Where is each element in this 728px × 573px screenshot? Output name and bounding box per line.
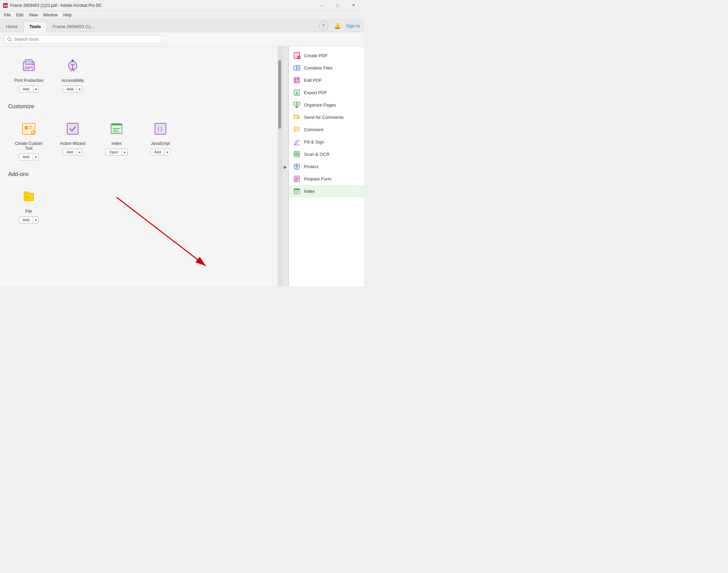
print-production-label: Print Production — [14, 78, 43, 83]
window-controls: ─ □ ✕ — [314, 0, 361, 11]
scrollbar[interactable] — [278, 47, 282, 286]
create-custom-add-btn[interactable]: Add — [19, 154, 33, 160]
tab-home[interactable]: Home — [0, 21, 24, 32]
protect-icon — [293, 163, 301, 170]
panel-item-organize-pages[interactable]: Organize Pages — [289, 99, 364, 111]
accessibility-arrow-btn[interactable]: ▾ — [77, 86, 82, 92]
index-right-icon — [293, 187, 301, 195]
create-pdf-icon — [293, 52, 301, 59]
main-layout: Print Production Add ▾ — [0, 47, 364, 286]
fill-sign-label: Fill & Sign — [304, 139, 324, 145]
combine-files-icon — [293, 64, 301, 72]
svg-rect-36 — [25, 199, 27, 199]
svg-rect-49 — [297, 78, 299, 80]
search-input-wrap — [4, 35, 162, 43]
action-wizard-add-btn[interactable]: Add — [63, 149, 77, 155]
panel-item-protect[interactable]: Protect — [289, 160, 364, 173]
right-panel: Create PDF Combine Files — [289, 47, 364, 286]
titlebar-pdf-icon: PDF — [3, 3, 8, 8]
menu-window[interactable]: Window — [40, 12, 61, 18]
index-open-btn[interactable]: Open — [106, 149, 122, 155]
svg-rect-29 — [113, 132, 119, 132]
svg-rect-70 — [297, 154, 299, 156]
tab-document[interactable]: Frame 2609453 (1)... — [47, 21, 100, 32]
action-wizard-btn-wrap: Add ▾ — [63, 149, 83, 155]
titlebar: PDF Frame 2609453 (1)23.pdf - Adobe Acro… — [0, 0, 364, 11]
accessibility-label: Accessibility — [61, 78, 84, 83]
menu-file[interactable]: File — [1, 12, 13, 18]
panel-item-index[interactable]: Index — [289, 185, 364, 197]
file-addon-arrow-btn[interactable]: ▾ — [33, 217, 38, 223]
create-custom-tool-icon — [19, 119, 38, 138]
panel-item-edit-pdf[interactable]: Edit PDF — [289, 74, 364, 86]
action-wizard-arrow-btn[interactable]: ▾ — [77, 149, 82, 155]
tool-card-accessibility: Accessibility Add ▾ — [52, 52, 93, 95]
menu-edit[interactable]: Edit — [13, 12, 26, 18]
accessibility-icon — [63, 56, 82, 75]
minimize-button[interactable]: ─ — [314, 0, 330, 11]
svg-rect-57 — [295, 106, 298, 108]
scrollbar-thumb[interactable] — [278, 60, 281, 129]
tool-card-javascript: {} JavaScript Add ▾ — [140, 115, 181, 163]
organize-pages-icon — [293, 101, 301, 109]
javascript-arrow-btn[interactable]: ▾ — [165, 149, 170, 155]
file-addon-icon — [19, 187, 38, 206]
create-custom-btn-wrap: Add ▾ — [19, 153, 39, 160]
panel-item-scan-ocr[interactable]: Scan & OCR — [289, 148, 364, 160]
panel-item-send-for-comments[interactable]: Send for Comments — [289, 111, 364, 123]
create-custom-arrow-btn[interactable]: ▾ — [33, 154, 38, 160]
print-production-add-btn[interactable]: Add — [19, 86, 33, 92]
prepare-form-icon — [293, 175, 301, 183]
export-pdf-icon — [293, 89, 301, 96]
search-input[interactable] — [14, 37, 151, 42]
panel-item-combine-files[interactable]: Combine Files — [289, 62, 364, 74]
close-button[interactable]: ✕ — [345, 0, 361, 11]
svg-rect-18 — [29, 126, 32, 127]
javascript-add-btn[interactable]: Add — [151, 149, 165, 155]
customize-section: Customize C — [8, 103, 269, 163]
action-wizard-icon — [63, 119, 82, 138]
menu-view[interactable]: View — [26, 12, 40, 18]
comment-icon — [293, 126, 301, 133]
notifications-button[interactable]: 🔔 — [332, 21, 342, 30]
tabbar-right: ? 🔔 Sign In — [319, 21, 364, 32]
panel-item-prepare-form[interactable]: Prepare Form — [289, 173, 364, 185]
svg-rect-7 — [26, 68, 32, 68]
svg-rect-50 — [295, 80, 296, 82]
search-bar — [0, 32, 364, 47]
tab-tools[interactable]: Tools — [24, 21, 47, 32]
addons-section: Add-ons File Add — [8, 171, 269, 226]
tool-card-file: File Add ▾ — [8, 183, 49, 226]
help-button[interactable]: ? — [319, 21, 328, 30]
panel-item-create-pdf[interactable]: Create PDF — [289, 49, 364, 62]
tabbar: Home Tools Frame 2609453 (1)... ? 🔔 Sign… — [0, 19, 364, 32]
svg-rect-23 — [67, 123, 78, 134]
panel-collapse-button[interactable]: ▶ — [282, 47, 289, 286]
maximize-button[interactable]: □ — [330, 0, 345, 11]
file-addon-add-btn[interactable]: Add — [19, 217, 33, 223]
sign-in-button[interactable]: Sign In — [346, 23, 360, 28]
organize-pages-label: Organize Pages — [304, 102, 336, 108]
file-addon-btn-wrap: Add ▾ — [19, 216, 39, 223]
panel-item-comment[interactable]: Comment — [289, 123, 364, 136]
index-arrow-btn[interactable]: ▾ — [122, 149, 127, 155]
print-production-arrow-btn[interactable]: ▾ — [33, 86, 38, 92]
menu-help[interactable]: Help — [61, 12, 75, 18]
menubar: File Edit View Window Help — [0, 11, 364, 19]
top-tools-grid: Print Production Add ▾ — [8, 52, 269, 95]
index-btn-wrap: Open ▾ — [106, 149, 128, 155]
create-pdf-label: Create PDF — [304, 53, 328, 58]
svg-rect-55 — [294, 102, 296, 105]
svg-rect-60 — [294, 127, 300, 131]
panel-item-export-pdf[interactable]: Export PDF — [289, 86, 364, 99]
accessibility-add-btn[interactable]: Add — [63, 86, 77, 92]
svg-rect-17 — [25, 126, 28, 129]
customize-tools-grid: Create Custom Tool Add ▾ Action Wizard — [8, 115, 269, 163]
content-area: Print Production Add ▾ — [0, 47, 278, 286]
index-right-label: Index — [304, 189, 315, 194]
svg-text:{}: {} — [157, 126, 163, 132]
panel-item-fill-sign[interactable]: Fill & Sign — [289, 136, 364, 148]
svg-rect-5 — [25, 60, 32, 64]
accessibility-btn-wrap: Add ▾ — [63, 86, 83, 92]
send-for-comments-label: Send for Comments — [304, 115, 344, 120]
